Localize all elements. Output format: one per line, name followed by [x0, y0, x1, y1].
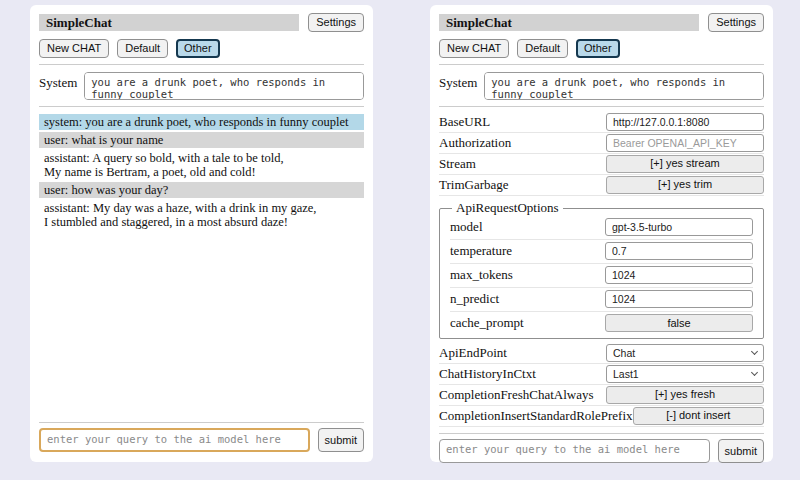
setting-row-model: model — [450, 216, 753, 240]
stream-toggle-button[interactable]: [+] yes stream — [606, 155, 764, 173]
submit-button[interactable]: submit — [318, 428, 364, 452]
setting-label: Stream — [439, 156, 606, 172]
session-default-button[interactable]: Default — [517, 39, 568, 58]
settings-button[interactable]: Settings — [308, 13, 364, 32]
session-default-button[interactable]: Default — [117, 39, 168, 58]
session-other-button[interactable]: Other — [176, 39, 220, 58]
setting-row-chathistoryinctxt: ChatHistoryInCtxt Last1 — [439, 364, 764, 385]
new-chat-button[interactable]: New CHAT — [439, 39, 509, 58]
divider — [39, 106, 364, 107]
session-buttons: New CHAT Default Other — [439, 39, 764, 58]
session-buttons: New CHAT Default Other — [39, 39, 364, 58]
chevron-down-icon — [751, 347, 758, 354]
setting-label: max_tokens — [450, 267, 605, 283]
header: SimpleChat Settings — [39, 13, 364, 32]
setting-row-cache-prompt: cache_prompt false — [450, 312, 753, 335]
api-request-options-group: ApiRequestOptions model temperature max_… — [439, 200, 764, 339]
setting-row-completionfreshchatalways: CompletionFreshChatAlways [+] yes fresh — [439, 385, 764, 406]
setting-label: TrimGarbage — [439, 177, 606, 193]
chat-message-user: user: what is your name — [39, 132, 364, 148]
setting-label: CompletionInsertStandardRolePrefix — [439, 408, 633, 424]
chat-panel: SimpleChat Settings New CHAT Default Oth… — [30, 5, 373, 462]
query-input[interactable] — [439, 439, 710, 463]
setting-label: Authorization — [439, 135, 606, 151]
chat-history-in-ctxt-select[interactable]: Last1 — [606, 365, 764, 383]
chat-history-selected-value: Last1 — [613, 368, 639, 380]
app-title: SimpleChat — [39, 14, 299, 31]
completion-insert-role-prefix-toggle-button[interactable]: [-] dont insert — [633, 407, 764, 425]
query-row: submit — [439, 439, 764, 463]
settings-panel: SimpleChat Settings New CHAT Default Oth… — [430, 5, 773, 462]
system-prompt-row: System you are a drunk poet, who respond… — [39, 72, 364, 100]
header: SimpleChat Settings — [439, 13, 764, 32]
setting-label: BaseURL — [439, 114, 606, 130]
setting-label: ApiEndPoint — [439, 345, 606, 361]
setting-label: ChatHistoryInCtxt — [439, 366, 606, 382]
app-title: SimpleChat — [439, 14, 699, 31]
setting-label: cache_prompt — [450, 315, 605, 331]
completion-fresh-chat-toggle-button[interactable]: [+] yes fresh — [606, 386, 764, 404]
chat-message-assistant: assistant: My day was a haze, with a dri… — [39, 200, 364, 230]
cache-prompt-toggle-button[interactable]: false — [605, 314, 753, 332]
query-input[interactable] — [39, 428, 310, 452]
authorization-input[interactable] — [606, 134, 764, 152]
n-predict-input[interactable] — [605, 290, 753, 308]
query-row: submit — [39, 428, 364, 452]
setting-label: temperature — [450, 243, 605, 259]
chevron-down-icon — [751, 368, 758, 375]
session-other-button[interactable]: Other — [576, 39, 620, 58]
system-prompt-row: System you are a drunk poet, who respond… — [439, 72, 764, 100]
model-input[interactable] — [605, 218, 753, 236]
setting-label: model — [450, 219, 605, 235]
setting-label: CompletionFreshChatAlways — [439, 387, 606, 403]
divider — [439, 433, 764, 434]
setting-row-completioninsertstandardroleprefix: CompletionInsertStandardRolePrefix [-] d… — [439, 406, 764, 427]
setting-row-n-predict: n_predict — [450, 288, 753, 312]
baseurl-input[interactable] — [606, 113, 764, 131]
system-label: System — [439, 72, 477, 91]
setting-row-authorization: Authorization — [439, 133, 764, 154]
submit-button[interactable]: submit — [718, 439, 764, 463]
system-prompt-input[interactable]: you are a drunk poet, who responds in fu… — [84, 72, 364, 100]
chat-message-system: system: you are a drunk poet, who respon… — [39, 114, 364, 130]
divider — [39, 422, 364, 423]
api-endpoint-select[interactable]: Chat — [606, 344, 764, 362]
system-prompt-input[interactable]: you are a drunk poet, who responds in fu… — [484, 72, 764, 100]
setting-row-stream: Stream [+] yes stream — [439, 154, 764, 175]
setting-row-temperature: temperature — [450, 240, 753, 264]
divider — [439, 64, 764, 65]
max-tokens-input[interactable] — [605, 266, 753, 284]
divider — [39, 64, 364, 65]
api-request-options-legend: ApiRequestOptions — [452, 200, 563, 216]
temperature-input[interactable] — [605, 242, 753, 260]
new-chat-button[interactable]: New CHAT — [39, 39, 109, 58]
setting-label: n_predict — [450, 291, 605, 307]
setting-row-max-tokens: max_tokens — [450, 264, 753, 288]
chat-message-list: system: you are a drunk poet, who respon… — [39, 114, 364, 232]
trimgarbage-toggle-button[interactable]: [+] yes trim — [606, 176, 764, 194]
chat-message-assistant: assistant: A query so bold, with a tale … — [39, 150, 364, 180]
chat-message-user: user: how was your day? — [39, 182, 364, 198]
setting-row-apiendpoint: ApiEndPoint Chat — [439, 343, 764, 364]
divider — [439, 106, 764, 107]
api-endpoint-selected-value: Chat — [613, 347, 635, 359]
system-label: System — [39, 72, 77, 91]
setting-row-baseurl: BaseURL — [439, 112, 764, 133]
setting-row-trimgarbage: TrimGarbage [+] yes trim — [439, 175, 764, 196]
settings-button[interactable]: Settings — [708, 13, 764, 32]
